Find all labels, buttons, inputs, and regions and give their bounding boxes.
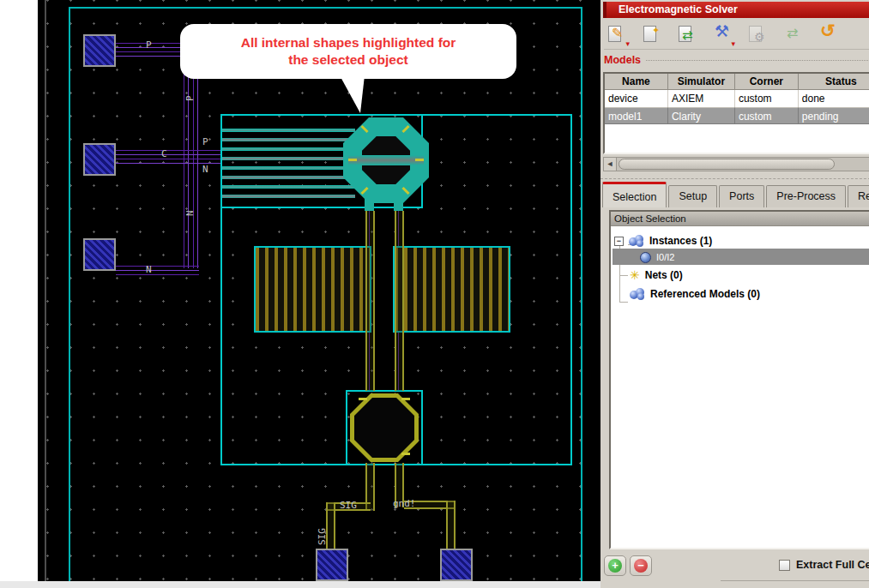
canvas-ruler-line bbox=[45, 0, 46, 581]
inductor-octagon[interactable] bbox=[343, 117, 429, 203]
cell-corner: custom bbox=[735, 90, 799, 107]
pad-p[interactable] bbox=[83, 34, 116, 67]
extract-full-cell-option: Extract Full Cell bbox=[779, 559, 869, 571]
add-button[interactable]: + bbox=[604, 555, 626, 576]
models-rule bbox=[646, 60, 869, 61]
minus-icon: − bbox=[634, 559, 648, 573]
highlighted-trace bbox=[222, 157, 355, 160]
yellow-wire bbox=[365, 211, 375, 391]
referenced-models-icon bbox=[630, 288, 645, 300]
open-edit-button[interactable]: ✎ ▾ bbox=[604, 23, 631, 47]
col-header-status[interactable]: Status bbox=[799, 74, 869, 90]
hammer-icon: ⚒ bbox=[715, 25, 729, 39]
highlighted-trace bbox=[222, 138, 355, 141]
sync-arrows-icon: ⇄ bbox=[682, 28, 693, 42]
table-row-device[interactable]: device AXIEM custom done bbox=[605, 90, 869, 107]
instances-icon bbox=[629, 235, 644, 247]
tree-item-referenced-models[interactable]: Referenced Models (0) bbox=[630, 285, 760, 303]
window-bottom-strip bbox=[0, 581, 600, 588]
inductor-center-tap bbox=[348, 155, 424, 165]
tab-ports[interactable]: Ports bbox=[719, 185, 764, 207]
gear-icon: ⚙ bbox=[754, 30, 765, 44]
tab-results[interactable]: Results bbox=[848, 185, 869, 207]
pad-c[interactable] bbox=[83, 143, 116, 176]
panel-titlebar[interactable]: Electromagnetic Solver bbox=[603, 2, 869, 18]
tree-item-nets[interactable]: ✳ Nets (0) bbox=[630, 267, 683, 284]
purple-bus bbox=[193, 54, 194, 268]
balun-octagon-core bbox=[354, 398, 414, 458]
net-label-sig: SIG bbox=[340, 501, 357, 510]
selection-edit-buttons: + − bbox=[604, 555, 652, 576]
tree-label: Instances (1) bbox=[649, 235, 712, 247]
highlighted-trace bbox=[222, 166, 355, 170]
net-label-n: N bbox=[146, 265, 152, 274]
scrollbar-thumb[interactable] bbox=[619, 159, 835, 170]
annotation-callout: All internal shapes highlighted for the … bbox=[180, 24, 516, 79]
pad-sig[interactable] bbox=[316, 549, 348, 581]
capacitor-right[interactable] bbox=[393, 246, 510, 333]
pad-gnd[interactable] bbox=[440, 549, 473, 581]
tree-item-instances[interactable]: − Instances (1) bbox=[614, 232, 712, 249]
col-header-corner[interactable]: Corner bbox=[735, 74, 799, 90]
layout-canvas[interactable]: P C N P N P N bbox=[38, 0, 600, 581]
purple-trace bbox=[116, 154, 222, 155]
highlighted-trace bbox=[222, 147, 355, 151]
pad-n[interactable] bbox=[83, 238, 116, 271]
net-label-p: P bbox=[146, 40, 152, 50]
purple-bus bbox=[184, 54, 184, 268]
net-label-sig-rotated: SIG bbox=[317, 528, 327, 545]
tree-connector bbox=[619, 302, 628, 303]
settings-doc-button-disabled: ⚙ bbox=[745, 23, 772, 47]
panel-tabs: Selection Setup Ports Pre-Process Result… bbox=[602, 182, 869, 207]
table-row-model1-selected[interactable]: model1 Clarity custom pending bbox=[605, 107, 869, 124]
cell-corner: custom bbox=[735, 107, 799, 124]
copy-sync-button[interactable]: ⇄ bbox=[674, 23, 702, 47]
balun-octagon[interactable] bbox=[350, 393, 419, 462]
net-label-sel-n: N bbox=[202, 165, 208, 174]
separator bbox=[600, 178, 869, 179]
purple-bus bbox=[188, 54, 189, 268]
cell-status: done bbox=[799, 90, 869, 107]
plus-icon: + bbox=[608, 559, 622, 573]
tab-pre-process[interactable]: Pre-Process bbox=[766, 185, 846, 207]
object-selection-panel: Object Selection − Instances (1) I0/I2 ✳… bbox=[609, 210, 869, 549]
callout-tail bbox=[340, 75, 365, 113]
net-label-sel-p: P bbox=[202, 137, 208, 147]
col-header-name[interactable]: Name bbox=[605, 74, 668, 90]
col-header-simulator[interactable]: Simulator bbox=[668, 74, 735, 90]
tab-setup[interactable]: Setup bbox=[668, 185, 717, 207]
extract-full-cell-checkbox[interactable] bbox=[779, 560, 790, 571]
sync-arrows-icon: ⇄ bbox=[787, 27, 798, 40]
models-label: Models bbox=[604, 54, 641, 66]
cell-name: model1 bbox=[605, 107, 668, 124]
models-horizontal-scrollbar[interactable]: ◄ bbox=[603, 157, 869, 171]
new-model-button[interactable]: ✦ bbox=[639, 23, 667, 47]
scroll-left-arrow-icon[interactable]: ◄ bbox=[604, 158, 617, 171]
application-window: P C N P N P N bbox=[0, 0, 869, 588]
yellow-wire bbox=[395, 211, 404, 391]
via-tick bbox=[401, 453, 410, 455]
pencil-icon: ✎ bbox=[612, 27, 623, 40]
object-selection-header: Object Selection bbox=[611, 212, 869, 226]
tab-selection[interactable]: Selection bbox=[602, 182, 667, 207]
inductor-leg bbox=[394, 197, 403, 211]
run-tool-button[interactable]: ⚒ ▾ bbox=[709, 23, 737, 47]
undo-icon: ↺ bbox=[820, 24, 836, 38]
tree-item-instance-i0-i2[interactable]: I0/I2 bbox=[640, 249, 674, 266]
undo-button[interactable]: ↺ bbox=[815, 23, 842, 47]
highlighted-trace bbox=[222, 176, 355, 179]
net-label-p-rotated: P bbox=[185, 95, 195, 101]
models-section-header: Models bbox=[604, 53, 869, 67]
capacitor-left[interactable] bbox=[254, 246, 371, 333]
dropdown-arrow-icon: ▾ bbox=[731, 40, 735, 48]
collapse-icon[interactable]: − bbox=[614, 237, 624, 246]
spark-icon: ✦ bbox=[652, 23, 660, 37]
via-tick bbox=[359, 398, 367, 400]
net-label-n-rotated: N bbox=[185, 210, 195, 216]
net-label-gnd: gnd! bbox=[393, 499, 416, 508]
cell-simulator: AXIEM bbox=[668, 90, 735, 107]
via-tick bbox=[401, 187, 409, 195]
remove-button[interactable]: − bbox=[630, 555, 652, 576]
purple-trace bbox=[116, 274, 199, 275]
purple-bus bbox=[197, 54, 198, 268]
